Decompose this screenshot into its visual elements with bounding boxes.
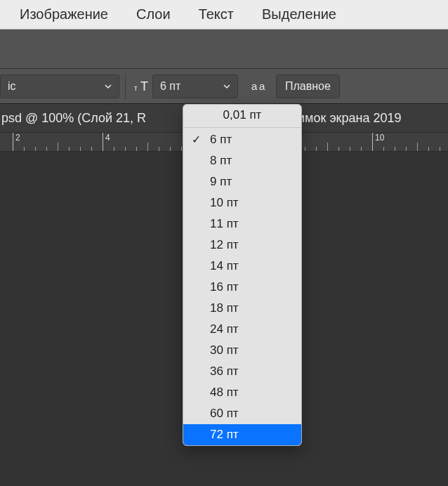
menu-text[interactable]: Текст <box>185 6 248 22</box>
ruler-tick-minor <box>395 147 395 151</box>
svg-text:т: т <box>134 84 138 92</box>
font-size-value: 6 пт <box>153 80 216 93</box>
ruler-tick-minor <box>406 147 407 151</box>
font-size-option[interactable]: 16 пт <box>183 277 301 298</box>
ruler-tick-label: 2 <box>15 133 20 143</box>
font-size-option[interactable]: 0,01 пт <box>183 105 301 126</box>
ruler-tick-minor <box>316 147 317 151</box>
antialias-mode-label: Плавное <box>285 80 331 93</box>
font-size-icon: т T <box>131 74 152 98</box>
svg-text:T: T <box>140 79 148 93</box>
ruler-tick-minor <box>383 147 384 151</box>
font-size-option[interactable]: 36 пт <box>183 361 301 382</box>
ruler-tick-minor <box>361 147 362 151</box>
ruler-tick-minor <box>181 147 182 151</box>
options-bar: ic т T 6 пт a a Плавное <box>0 69 448 104</box>
font-style-select[interactable]: ic <box>0 74 119 98</box>
ruler-tick-minor <box>350 147 350 151</box>
ruler-tick-minor <box>440 147 440 151</box>
font-size-option[interactable]: 10 пт <box>183 192 301 214</box>
menu-image[interactable]: Изображение <box>6 6 122 22</box>
separator <box>125 74 126 99</box>
ruler-tick-label: 4 <box>105 133 110 143</box>
ruler-tick-minor <box>58 143 58 151</box>
ruler-tick-minor <box>428 147 429 151</box>
ruler-tick-minor <box>159 147 159 151</box>
ruler-tick-minor <box>305 147 305 151</box>
ruler-tick-major: 10 <box>372 133 373 151</box>
font-style-value: ic <box>1 80 98 93</box>
ruler-tick-minor <box>417 143 418 151</box>
svg-text:a: a <box>251 80 258 92</box>
font-size-dropdown: 0,01 пт6 пт8 пт9 пт10 пт11 пт12 пт14 пт1… <box>183 104 302 446</box>
antialias-mode-select[interactable]: Плавное <box>276 74 340 98</box>
ruler-tick-minor <box>91 147 92 151</box>
ruler-tick-minor <box>170 147 171 151</box>
font-size-option[interactable]: 60 пт <box>183 403 301 424</box>
app-menubar: Изображение Слои Текст Выделение <box>0 0 448 29</box>
font-size-option[interactable]: 18 пт <box>183 298 301 319</box>
menu-selection[interactable]: Выделение <box>248 6 350 22</box>
font-size-option[interactable]: 9 пт <box>183 171 301 192</box>
ruler-tick-minor <box>69 147 70 151</box>
antialias-icon: a a <box>249 74 270 98</box>
ruler-tick-minor <box>35 147 36 151</box>
ruler-tick-minor <box>24 147 25 151</box>
svg-text:a: a <box>259 80 265 92</box>
font-size-option[interactable]: 14 пт <box>183 256 301 277</box>
font-size-option[interactable]: 30 пт <box>183 340 301 361</box>
font-size-option[interactable]: 8 пт <box>183 150 301 171</box>
font-size-option[interactable]: 24 пт <box>183 319 301 340</box>
tab-label-left: psd @ 100% (Слой 21, R <box>0 111 146 126</box>
tool-options-upper-gap <box>0 29 448 69</box>
ruler-tick-minor <box>80 147 81 151</box>
font-size-option[interactable]: 48 пт <box>183 382 301 403</box>
ruler-tick-major: 4 <box>103 133 103 151</box>
ruler-tick-label: 10 <box>375 133 384 143</box>
ruler-tick-major: 2 <box>13 133 13 151</box>
chevron-down-icon[interactable] <box>98 74 119 98</box>
ruler-tick-minor <box>327 143 328 151</box>
font-size-option[interactable]: 12 пт <box>183 235 301 256</box>
dropdown-divider <box>183 127 301 128</box>
ruler-tick-minor <box>114 147 114 151</box>
menu-layers[interactable]: Слои <box>122 6 185 22</box>
ruler-tick-minor <box>338 147 339 151</box>
font-size-select[interactable]: 6 пт <box>152 74 238 98</box>
chevron-down-icon[interactable] <box>216 74 237 98</box>
font-size-option[interactable]: 72 пт <box>183 424 301 445</box>
ruler-tick-minor <box>147 143 148 151</box>
ruler-tick-minor <box>46 147 47 151</box>
ruler-tick-minor <box>125 147 126 151</box>
ruler-tick-minor <box>136 147 137 151</box>
tab-label-right: нимок экрана 2019 <box>291 111 401 126</box>
font-size-option[interactable]: 11 пт <box>183 214 301 235</box>
font-size-option[interactable]: 6 пт <box>183 129 301 150</box>
